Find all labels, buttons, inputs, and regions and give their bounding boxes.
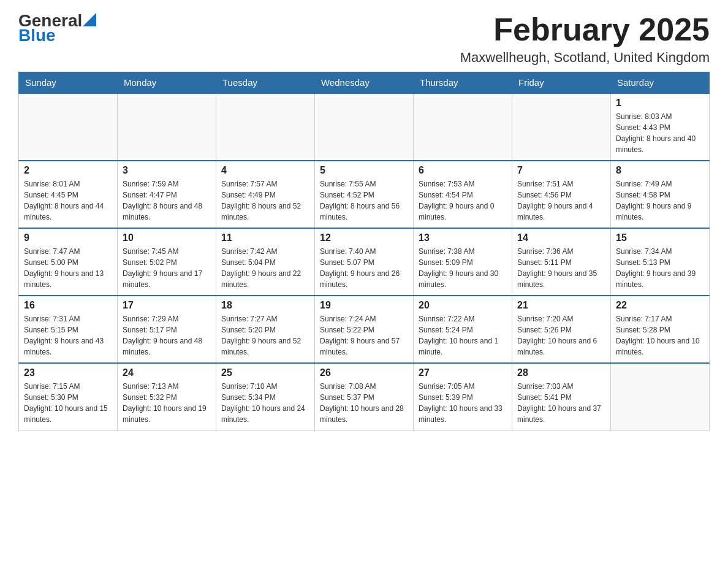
day-number: 21 xyxy=(517,300,605,311)
calendar-cell: 24Sunrise: 7:13 AMSunset: 5:32 PMDayligh… xyxy=(118,363,216,431)
day-number: 27 xyxy=(419,367,507,378)
day-info: Sunrise: 7:20 AMSunset: 5:26 PMDaylight:… xyxy=(517,313,605,358)
logo-blue: Blue xyxy=(18,27,96,44)
day-info: Sunrise: 7:36 AMSunset: 5:11 PMDaylight:… xyxy=(517,246,605,290)
calendar-cell: 1Sunrise: 8:03 AMSunset: 4:43 PMDaylight… xyxy=(611,93,710,161)
calendar-header-row: SundayMondayTuesdayWednesdayThursdayFrid… xyxy=(19,72,710,94)
calendar-cell: 27Sunrise: 7:05 AMSunset: 5:39 PMDayligh… xyxy=(414,363,512,431)
day-header-thursday: Thursday xyxy=(414,72,512,94)
calendar-cell: 28Sunrise: 7:03 AMSunset: 5:41 PMDayligh… xyxy=(512,363,611,431)
calendar-cell: 10Sunrise: 7:45 AMSunset: 5:02 PMDayligh… xyxy=(118,228,216,296)
day-number: 8 xyxy=(616,165,704,176)
day-info: Sunrise: 7:59 AMSunset: 4:47 PMDaylight:… xyxy=(123,178,211,223)
day-info: Sunrise: 7:53 AMSunset: 4:54 PMDaylight:… xyxy=(419,178,507,223)
calendar-week-row: 2Sunrise: 8:01 AMSunset: 4:45 PMDaylight… xyxy=(19,161,710,228)
day-number: 20 xyxy=(419,300,507,311)
day-header-monday: Monday xyxy=(118,72,216,94)
calendar-cell: 5Sunrise: 7:55 AMSunset: 4:52 PMDaylight… xyxy=(315,161,414,228)
day-number: 18 xyxy=(221,300,309,311)
svg-marker-0 xyxy=(83,13,96,26)
day-info: Sunrise: 7:27 AMSunset: 5:20 PMDaylight:… xyxy=(221,313,309,358)
day-header-tuesday: Tuesday xyxy=(216,72,315,94)
day-info: Sunrise: 7:03 AMSunset: 5:41 PMDaylight:… xyxy=(517,381,605,425)
day-info: Sunrise: 7:51 AMSunset: 4:56 PMDaylight:… xyxy=(517,178,605,223)
day-info: Sunrise: 7:05 AMSunset: 5:39 PMDaylight:… xyxy=(419,381,507,425)
calendar-cell: 6Sunrise: 7:53 AMSunset: 4:54 PMDaylight… xyxy=(414,161,512,228)
day-info: Sunrise: 7:47 AMSunset: 5:00 PMDaylight:… xyxy=(24,246,112,290)
calendar-cell: 11Sunrise: 7:42 AMSunset: 5:04 PMDayligh… xyxy=(216,228,315,296)
day-number: 24 xyxy=(123,367,211,378)
calendar-cell: 25Sunrise: 7:10 AMSunset: 5:34 PMDayligh… xyxy=(216,363,315,431)
day-info: Sunrise: 7:29 AMSunset: 5:17 PMDaylight:… xyxy=(123,313,211,358)
calendar-cell xyxy=(414,93,512,161)
day-number: 16 xyxy=(24,300,112,311)
day-info: Sunrise: 7:40 AMSunset: 5:07 PMDaylight:… xyxy=(320,246,408,290)
day-info: Sunrise: 7:31 AMSunset: 5:15 PMDaylight:… xyxy=(24,313,112,358)
day-header-friday: Friday xyxy=(512,72,611,94)
calendar-cell: 20Sunrise: 7:22 AMSunset: 5:24 PMDayligh… xyxy=(414,296,512,363)
day-info: Sunrise: 7:15 AMSunset: 5:30 PMDaylight:… xyxy=(24,381,112,425)
calendar-cell: 22Sunrise: 7:17 AMSunset: 5:28 PMDayligh… xyxy=(611,296,710,363)
calendar-cell: 4Sunrise: 7:57 AMSunset: 4:49 PMDaylight… xyxy=(216,161,315,228)
day-info: Sunrise: 7:22 AMSunset: 5:24 PMDaylight:… xyxy=(419,313,507,358)
logo: General Blue xyxy=(18,12,96,44)
day-number: 7 xyxy=(517,165,605,176)
day-info: Sunrise: 7:49 AMSunset: 4:58 PMDaylight:… xyxy=(616,178,704,223)
day-number: 4 xyxy=(221,165,309,176)
calendar-week-row: 16Sunrise: 7:31 AMSunset: 5:15 PMDayligh… xyxy=(19,296,710,363)
title-section: February 2025 Maxwellheugh, Scotland, Un… xyxy=(460,12,710,66)
calendar-cell: 3Sunrise: 7:59 AMSunset: 4:47 PMDaylight… xyxy=(118,161,216,228)
calendar-cell: 8Sunrise: 7:49 AMSunset: 4:58 PMDaylight… xyxy=(611,161,710,228)
day-number: 23 xyxy=(24,367,112,378)
calendar-cell: 2Sunrise: 8:01 AMSunset: 4:45 PMDaylight… xyxy=(19,161,118,228)
calendar-week-row: 1Sunrise: 8:03 AMSunset: 4:43 PMDaylight… xyxy=(19,93,710,161)
day-number: 28 xyxy=(517,367,605,378)
day-number: 12 xyxy=(320,232,408,243)
day-info: Sunrise: 7:55 AMSunset: 4:52 PMDaylight:… xyxy=(320,178,408,223)
day-info: Sunrise: 7:38 AMSunset: 5:09 PMDaylight:… xyxy=(419,246,507,290)
day-header-saturday: Saturday xyxy=(611,72,710,94)
calendar-cell: 15Sunrise: 7:34 AMSunset: 5:13 PMDayligh… xyxy=(611,228,710,296)
day-info: Sunrise: 7:24 AMSunset: 5:22 PMDaylight:… xyxy=(320,313,408,358)
day-number: 22 xyxy=(616,300,704,311)
day-info: Sunrise: 8:03 AMSunset: 4:43 PMDaylight:… xyxy=(616,111,704,155)
day-number: 14 xyxy=(517,232,605,243)
calendar-cell: 14Sunrise: 7:36 AMSunset: 5:11 PMDayligh… xyxy=(512,228,611,296)
calendar-cell: 7Sunrise: 7:51 AMSunset: 4:56 PMDaylight… xyxy=(512,161,611,228)
calendar-cell xyxy=(19,93,118,161)
day-info: Sunrise: 8:01 AMSunset: 4:45 PMDaylight:… xyxy=(24,178,112,223)
calendar-cell: 13Sunrise: 7:38 AMSunset: 5:09 PMDayligh… xyxy=(414,228,512,296)
day-info: Sunrise: 7:42 AMSunset: 5:04 PMDaylight:… xyxy=(221,246,309,290)
calendar-cell: 9Sunrise: 7:47 AMSunset: 5:00 PMDaylight… xyxy=(19,228,118,296)
day-header-sunday: Sunday xyxy=(19,72,118,94)
day-number: 9 xyxy=(24,232,112,243)
calendar-cell: 17Sunrise: 7:29 AMSunset: 5:17 PMDayligh… xyxy=(118,296,216,363)
day-header-wednesday: Wednesday xyxy=(315,72,414,94)
calendar-cell xyxy=(118,93,216,161)
day-number: 5 xyxy=(320,165,408,176)
calendar-week-row: 23Sunrise: 7:15 AMSunset: 5:30 PMDayligh… xyxy=(19,363,710,431)
day-info: Sunrise: 7:08 AMSunset: 5:37 PMDaylight:… xyxy=(320,381,408,425)
day-number: 3 xyxy=(123,165,211,176)
day-number: 2 xyxy=(24,165,112,176)
calendar-cell: 12Sunrise: 7:40 AMSunset: 5:07 PMDayligh… xyxy=(315,228,414,296)
day-number: 6 xyxy=(419,165,507,176)
calendar-cell: 21Sunrise: 7:20 AMSunset: 5:26 PMDayligh… xyxy=(512,296,611,363)
location-title: Maxwellheugh, Scotland, United Kingdom xyxy=(460,50,710,66)
calendar-table: SundayMondayTuesdayWednesdayThursdayFrid… xyxy=(18,72,710,431)
day-number: 25 xyxy=(221,367,309,378)
day-info: Sunrise: 7:10 AMSunset: 5:34 PMDaylight:… xyxy=(221,381,309,425)
logo-triangle-icon xyxy=(83,13,96,26)
day-info: Sunrise: 7:34 AMSunset: 5:13 PMDaylight:… xyxy=(616,246,704,290)
day-info: Sunrise: 7:45 AMSunset: 5:02 PMDaylight:… xyxy=(123,246,211,290)
day-number: 26 xyxy=(320,367,408,378)
calendar-cell xyxy=(315,93,414,161)
month-title: February 2025 xyxy=(460,12,710,47)
calendar-cell: 26Sunrise: 7:08 AMSunset: 5:37 PMDayligh… xyxy=(315,363,414,431)
calendar-cell: 23Sunrise: 7:15 AMSunset: 5:30 PMDayligh… xyxy=(19,363,118,431)
page-header: General Blue February 2025 Maxwellheugh,… xyxy=(18,12,710,66)
day-number: 19 xyxy=(320,300,408,311)
calendar-cell xyxy=(512,93,611,161)
calendar-cell: 19Sunrise: 7:24 AMSunset: 5:22 PMDayligh… xyxy=(315,296,414,363)
calendar-week-row: 9Sunrise: 7:47 AMSunset: 5:00 PMDaylight… xyxy=(19,228,710,296)
